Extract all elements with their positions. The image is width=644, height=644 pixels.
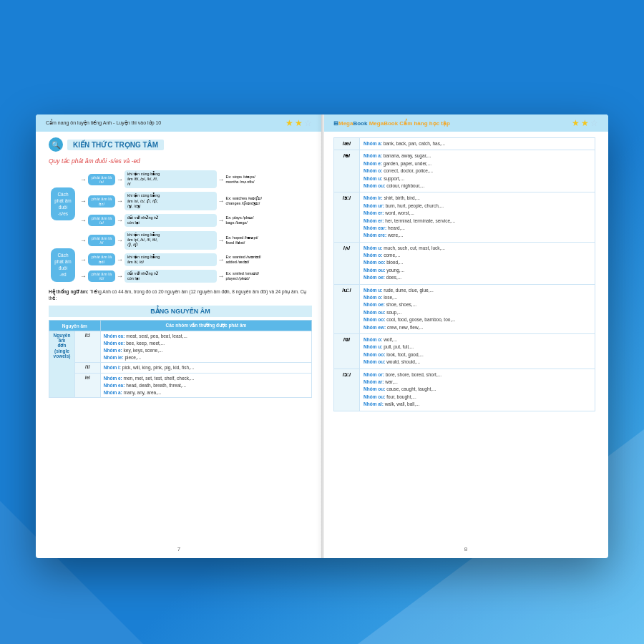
content-u: Nhóm o: wolf,... Nhóm u: pull, put, full… <box>360 333 595 369</box>
content-er: Nhóm ir: shirt, birth, bird,... Nhóm ur:… <box>360 192 595 242</box>
ed-row-3: → phát âm là/d/ → đối với những từcòn lạ… <box>80 270 312 283</box>
ed-box-t: phát âm là/t/ <box>88 235 115 246</box>
ed-box-id: phát âm là/ɪd/ <box>88 253 115 265</box>
main-box-ses: Cáchphát âmđuôi-s/es <box>49 187 77 220</box>
arrow-2c: → <box>218 197 225 205</box>
ed-row-2: → phát âm là/ɪd/ → khi tận cùng bằngâm /… <box>80 253 312 266</box>
ses-ex-iz: Ex: watches /wɒtʃɪz/changes /tʃeɪndʒɪz/ <box>226 196 313 206</box>
vowel-row-e: /e/ Nhóm e: men, met, set, test, shelf, … <box>49 374 312 398</box>
ses-box-s: phát âm là/s/ <box>88 174 115 185</box>
ed-rows: → phát âm là/t/ → khi tận cùng bằngâm /p… <box>80 231 312 283</box>
ed-cond-d: đối với những từcòn lại <box>125 270 217 283</box>
ex-i: Nhóm i: pick, will, king, pink, pig, kid… <box>100 363 311 374</box>
flow-ses: Cáchphát âmđuôi-s/es → phát âm là/s/ → k… <box>49 170 312 227</box>
ed-arrow-2c: → <box>218 256 225 263</box>
right-row-er: /ɜː/ Nhóm ir: shirt, birth, bird,... Nhó… <box>334 192 595 242</box>
arrow-1: → <box>80 176 87 183</box>
main-label-ed: Cáchphát âmđuôi-ed <box>51 248 75 281</box>
page-number-right: 8 <box>464 546 467 552</box>
arrow-1c: → <box>218 176 225 183</box>
ses-row-2: → phát âm là/ɪz/ → khi tận cùng bằngâm /… <box>80 192 312 210</box>
arrow-2: → <box>80 197 87 205</box>
ed-arrow-3b: → <box>117 273 123 280</box>
ses-rows: → phát âm là/s/ → khi tận cùng bằngâm /θ… <box>80 170 312 227</box>
arrow-1b: → <box>117 176 123 183</box>
ed-ex-id: Ex: wanted /wɒntɪd/added /ædɪd/ <box>226 255 313 265</box>
book-spine <box>321 114 324 558</box>
ipa-e: /e/ <box>75 374 101 398</box>
stars-left: ★ ★ ☆ <box>286 118 312 128</box>
right-row-oo: /ɔː/ Nhóm or: bore, shore, bored, short,… <box>334 369 595 411</box>
ses-row-3: → phát âm là/z/ → đối với những từcòn lạ… <box>80 214 312 227</box>
star-r3: ☆ <box>590 118 598 128</box>
ed-arrow-1c: → <box>218 237 225 244</box>
book-container: Cẩm nang ôn luyện tiếng Anh - Luyện thi … <box>36 114 608 558</box>
main-label-ses: Cáchphát âmđuôi-s/es <box>51 187 75 220</box>
vowel-table: Nguyên âm Các nhóm vần thường được phát … <box>49 320 312 398</box>
ipa-u: /ʊ/ <box>334 333 360 369</box>
vowel-row-ii: Nguyên âmđơn (singlevowels) /iː/ Nhóm ea… <box>49 331 312 363</box>
rule-text2: và <box>122 157 132 165</box>
star-3: ☆ <box>304 118 312 128</box>
flow-ed: Cáchphát âmđuôi-ed → phát âm là/t/ → khi… <box>49 231 312 283</box>
ed-arrow-2: → <box>80 256 87 263</box>
ipa-ae: /æ/ <box>334 138 360 150</box>
ipa-ah: /ʌ/ <box>334 242 360 284</box>
ipa-er: /ɜː/ <box>334 192 360 242</box>
star-r1: ★ <box>572 118 580 128</box>
ed-arrow-2b: → <box>117 256 123 263</box>
ed-ex-d: Ex: smiled /smaɪld/played /pleɪd/ <box>226 271 313 281</box>
right-vowel-table: /æ/ Nhóm a: bank, back, pan, catch, has,… <box>333 137 595 411</box>
stars-right: ★ ★ ☆ <box>572 118 598 128</box>
page-left: Cẩm nang ôn luyện tiếng Anh - Luyện thi … <box>36 114 322 558</box>
ipa-schwa: /ə/ <box>334 150 360 192</box>
right-row-ae: /æ/ Nhóm a: bank, back, pan, catch, has,… <box>334 138 595 150</box>
ed-row-1: → phát âm là/t/ → khi tận cùng bằngâm /p… <box>80 231 312 249</box>
subsection-title: Quy tắc phát âm đuôi -s/es và -ed <box>49 157 312 165</box>
rule-text: Quy tắc phát âm đuôi <box>49 157 108 165</box>
scene: Cẩm nang ôn luyện tiếng Anh - Luyện thi … <box>0 0 644 644</box>
vowel-row-i: /ɪ/ Nhóm i: pick, will, king, pink, pig,… <box>49 363 312 374</box>
star-1: ★ <box>286 118 293 128</box>
th-cac-nhom: Các nhóm vần thường được phát âm <box>100 321 311 331</box>
page-header-right: ⊞MegaBook MegaBook Cẩm hàng học tập ★ ★ … <box>323 114 608 132</box>
arrow-3c: → <box>218 217 225 224</box>
arrow-2b: → <box>117 197 123 205</box>
content-ae: Nhóm a: bank, back, pan, catch, has,... <box>360 138 595 150</box>
page-right: ⊞MegaBook MegaBook Cẩm hàng học tập ★ ★ … <box>322 114 608 558</box>
content-oo: Nhóm or: bore, shore, bored, short,... N… <box>360 369 595 411</box>
intro-text: Hệ thống ngữ âm: Tiếng Anh có 44 âm, tro… <box>49 288 312 301</box>
ed-arrow-1: → <box>80 237 87 244</box>
ipa-i: /ɪ/ <box>75 363 101 374</box>
single-vowels-label: Nguyên âmđơn (singlevowels) <box>49 331 75 398</box>
ipa-ii: /iː/ <box>75 331 101 363</box>
ses-cond-s: khi tận cùng bằngâm /θ/, /p/, /k/, /f/,/… <box>125 170 217 188</box>
section-title-block: 🔍 KIẾN THỨC TRỌNG TÂM <box>49 137 312 152</box>
content-schwa: Nhóm a: banana, away, sugar,... Nhóm e: … <box>360 150 595 192</box>
right-row-ah: /ʌ/ Nhóm u: much, such, cut, must, luck,… <box>334 242 595 284</box>
ed-ex-t: Ex: hoped /həʊpt/fixed /fɪkst/ <box>226 235 313 245</box>
th-nguyen-am: Nguyên âm <box>49 321 101 331</box>
ses-box-iz: phát âm là/ɪz/ <box>88 195 115 208</box>
main-box-ed: Cáchphát âmđuôi-ed <box>49 248 77 281</box>
vowel-section-title: BẢNG NGUYÊN ÂM <box>49 306 312 317</box>
arrow-3b: → <box>117 217 123 224</box>
ses-ex-z: Ex: plays /pleɪz/bags /bægz/ <box>226 215 313 225</box>
mega-logo: ⊞MegaBook MegaBook Cẩm hàng học tập <box>333 120 450 127</box>
page-number-left: 7 <box>177 546 180 552</box>
ses-box-z: phát âm là/z/ <box>88 215 115 226</box>
ed-arrow-3c: → <box>218 273 225 280</box>
ses-cond-iz: khi tận cùng bằngâm /s/, /z/, /ʃ/, /tʃ/,… <box>125 192 217 210</box>
content-uu: Nhóm u: rude, dune, clue, glue,... Nhóm … <box>360 284 595 333</box>
ed-cond-id: khi tận cùng bằngâm /t/, /d/ <box>125 253 217 266</box>
ses-ex-s: Ex: stops /stɒps/months /mʌnθs/ <box>226 175 313 185</box>
ses-cond-z: đối với những từcòn lại <box>125 214 217 227</box>
page-header-left: Cẩm nang ôn luyện tiếng Anh - Luyện thi … <box>36 114 322 132</box>
right-row-uu: /uː/ Nhóm u: rude, dune, clue, glue,... … <box>334 284 595 333</box>
ipa-oo: /ɔː/ <box>334 369 360 411</box>
right-row-schwa: /ə/ Nhóm a: banana, away, sugar,... Nhóm… <box>334 150 595 192</box>
ed-box-d: phát âm là/d/ <box>88 270 115 282</box>
header-subtitle-right: MegaBook Cẩm hàng học tập <box>369 120 450 127</box>
ex-e: Nhóm e: men, met, set, test, shelf, chec… <box>100 374 311 398</box>
arrow-3: → <box>80 217 87 224</box>
